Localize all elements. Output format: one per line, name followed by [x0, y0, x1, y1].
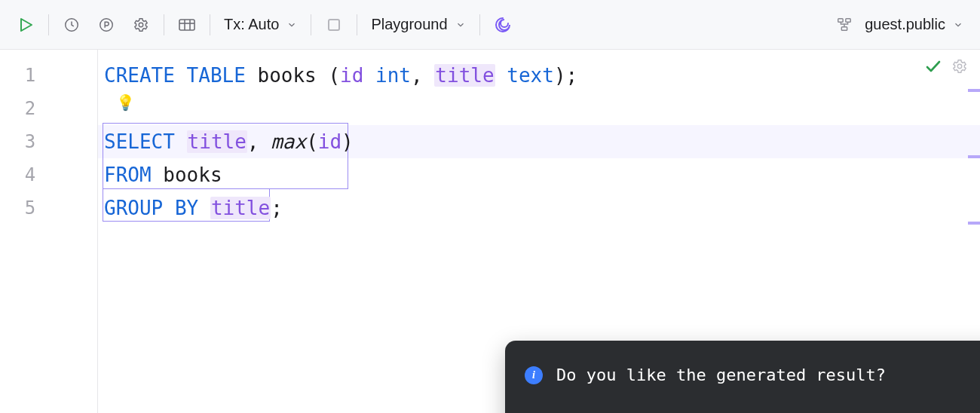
line-number: 1: [0, 59, 60, 92]
stop-button[interactable]: [322, 13, 346, 37]
svg-rect-4: [179, 20, 194, 30]
popup-no-button[interactable]: No: [612, 405, 632, 413]
code-line[interactable]: CREATE TABLE books (id int, title text);: [98, 59, 980, 92]
table-icon: [178, 17, 196, 32]
svg-rect-9: [846, 18, 850, 22]
info-icon: i: [525, 366, 543, 384]
session-dropdown[interactable]: Playground: [368, 13, 468, 36]
line-number: 4: [0, 158, 60, 191]
schema-icon: [836, 17, 853, 33]
result-view-button[interactable]: [175, 13, 199, 37]
toolbar: Tx: Auto Playground guest.public: [0, 0, 980, 50]
gutter: 1 2 3 4 5: [0, 50, 98, 413]
play-icon: [17, 16, 35, 34]
code-line[interactable]: FROM books: [98, 158, 980, 191]
session-label: Playground: [371, 16, 447, 33]
code-line[interactable]: SELECT title, max(id): [98, 125, 980, 158]
intention-bulb-icon[interactable]: 💡: [116, 95, 135, 110]
gear-icon: [951, 58, 968, 75]
line-number: 5: [0, 191, 60, 225]
editor: 1 2 3 4 5 CREATE TABLE books (id int, ti…: [0, 50, 980, 413]
svg-point-11: [957, 64, 962, 69]
popup-question: Do you like the generated result?: [556, 359, 886, 392]
svg-marker-0: [21, 19, 32, 31]
explain-plan-button[interactable]: [94, 13, 118, 37]
checkmark-icon: [924, 57, 942, 75]
chevron-down-icon: [286, 20, 297, 30]
chevron-down-icon: [455, 20, 466, 30]
stop-icon: [328, 19, 340, 31]
schema-label: guest.public: [865, 16, 945, 33]
svg-rect-8: [838, 18, 843, 22]
history-button[interactable]: [60, 13, 84, 37]
error-stripe-marker[interactable]: [968, 89, 980, 92]
tx-mode-dropdown[interactable]: Tx: Auto: [221, 13, 300, 36]
svg-rect-10: [842, 26, 847, 30]
toolbar-separator: [164, 14, 164, 35]
schema-dropdown[interactable]: guest.public: [833, 13, 966, 36]
error-stripe-marker[interactable]: [968, 155, 980, 158]
popup-yes-button[interactable]: Yes: [556, 405, 586, 413]
code-area[interactable]: CREATE TABLE books (id int, title text);…: [98, 50, 980, 413]
svg-point-3: [139, 23, 143, 27]
run-button[interactable]: [14, 13, 38, 37]
code-line[interactable]: GROUP BY title;: [98, 191, 980, 225]
gear-icon: [133, 17, 149, 33]
svg-point-2: [100, 18, 113, 31]
toolbar-separator: [48, 14, 49, 35]
ai-feedback-popup: i Do you like the generated result? Yes …: [505, 341, 980, 413]
line-number: 2: [0, 92, 60, 125]
chevron-down-icon: [953, 20, 963, 30]
error-stripe-marker[interactable]: [968, 222, 980, 225]
tx-mode-label: Tx: Auto: [224, 16, 279, 33]
line-number: 3: [0, 125, 60, 158]
inspections-widget[interactable]: [924, 57, 968, 75]
toolbar-separator: [210, 14, 210, 35]
toolbar-separator: [357, 14, 357, 35]
p-circle-icon: [98, 17, 115, 33]
ai-assist-button[interactable]: [491, 13, 515, 37]
spiral-icon: [494, 16, 512, 34]
clock-icon: [63, 17, 80, 33]
toolbar-separator: [311, 14, 311, 35]
settings-button[interactable]: [129, 13, 153, 37]
toolbar-separator: [479, 14, 480, 35]
